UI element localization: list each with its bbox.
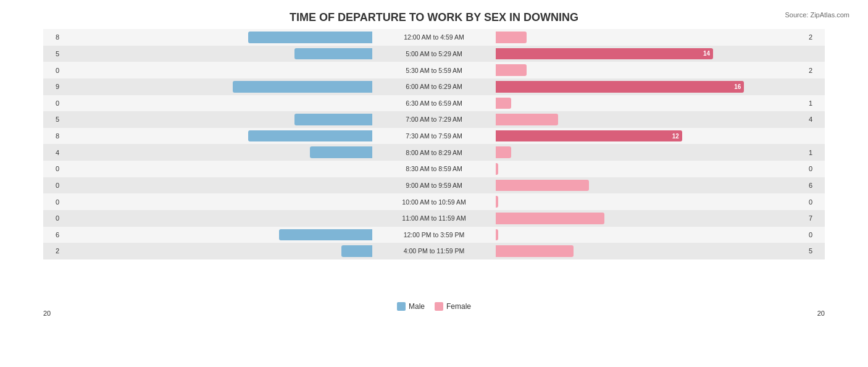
bars-center: 6:00 AM to 6:29 AM 16: [62, 78, 806, 95]
time-label: 12:00 PM to 3:59 PM: [372, 231, 496, 238]
female-bar-container: [496, 245, 806, 257]
female-bar: 16: [496, 81, 744, 93]
female-bar-container: [496, 196, 806, 208]
bars-center: 10:00 AM to 10:59 AM: [62, 193, 806, 210]
male-bar: [279, 229, 372, 241]
female-bar-container: [496, 146, 806, 158]
male-bar-container: [62, 229, 372, 241]
time-label: 10:00 AM to 10:59 AM: [372, 198, 496, 206]
legend-female: Female: [435, 302, 471, 311]
axis-right-label: 20: [817, 310, 825, 317]
female-bar-label: 16: [734, 83, 741, 90]
female-bar-container: [496, 98, 806, 109]
bar-row: 9 6:00 AM to 6:29 AM 16: [43, 78, 825, 95]
female-bar: [496, 114, 558, 125]
time-label: 7:30 AM to 7:59 AM: [372, 132, 496, 140]
bars-center: 7:30 AM to 7:59 AM 12: [62, 128, 806, 145]
female-bar: 14: [496, 48, 713, 60]
male-value: 4: [43, 149, 62, 156]
male-bar-container: [62, 163, 372, 175]
female-bar-container: 12: [496, 130, 806, 142]
male-bar-container: [62, 114, 372, 125]
male-bar: [294, 114, 372, 125]
male-bar-container: [62, 130, 372, 142]
bar-row: 8 7:30 AM to 7:59 AM 12: [43, 128, 825, 145]
female-bar: [496, 196, 498, 208]
source-label: Source: ZipAtlas.com: [785, 11, 849, 19]
female-bar: [496, 64, 527, 76]
female-value: 4: [806, 116, 825, 123]
male-bar: [310, 146, 372, 158]
time-label: 9:00 AM to 9:59 AM: [372, 182, 496, 189]
bar-row: 6 12:00 PM to 3:59 PM 0: [43, 227, 825, 243]
rows-wrapper: 8 12:00 AM to 4:59 AM 2 5 5:00 AM to 5:2…: [43, 29, 825, 292]
female-value: 1: [806, 149, 825, 156]
male-value: 0: [43, 99, 62, 107]
bar-row: 8 12:00 AM to 4:59 AM 2: [43, 29, 825, 46]
female-value: 0: [806, 165, 825, 172]
bar-row: 0 9:00 AM to 9:59 AM 6: [43, 177, 825, 194]
male-bar-container: [62, 64, 372, 76]
male-bar-container: [62, 213, 372, 224]
female-bar: [496, 213, 604, 224]
male-value: 8: [43, 132, 62, 140]
bars-center: 5:30 AM to 5:59 AM: [62, 62, 806, 78]
legend-male-label: Male: [409, 302, 425, 311]
bar-row: 4 8:00 AM to 8:29 AM 1: [43, 144, 825, 161]
female-value: 0: [806, 198, 825, 206]
axis-bottom: 20 Male Female 20: [43, 310, 825, 317]
male-value: 8: [43, 33, 62, 41]
time-label: 4:00 PM to 11:59 PM: [372, 247, 496, 255]
female-bar-label: 14: [703, 50, 710, 57]
bars-center: 8:00 AM to 8:29 AM: [62, 144, 806, 161]
female-bar-container: 16: [496, 81, 806, 93]
female-value: 5: [806, 247, 825, 255]
time-label: 12:00 AM to 4:59 AM: [372, 33, 496, 41]
time-label: 6:00 AM to 6:29 AM: [372, 83, 496, 90]
female-bar-container: [496, 64, 806, 76]
female-value: 2: [806, 67, 825, 74]
female-value: 2: [806, 33, 825, 41]
male-bar-container: [62, 98, 372, 109]
chart-area: 8 12:00 AM to 4:59 AM 2 5 5:00 AM to 5:2…: [19, 29, 849, 317]
bars-center: 11:00 AM to 11:59 AM: [62, 210, 806, 227]
legend-male: Male: [397, 302, 425, 311]
female-bar: [496, 98, 511, 109]
bars-center: 12:00 AM to 4:59 AM: [62, 29, 806, 46]
time-label: 8:00 AM to 8:29 AM: [372, 149, 496, 156]
male-bar: [248, 130, 372, 142]
bar-row: 0 11:00 AM to 11:59 AM 7: [43, 210, 825, 227]
male-value: 2: [43, 247, 62, 255]
female-bar: [496, 32, 527, 43]
bars-center: 4:00 PM to 11:59 PM: [62, 243, 806, 259]
male-bar-container: [62, 48, 372, 60]
female-bar: [496, 146, 511, 158]
female-value: 7: [806, 214, 825, 222]
male-bar-container: [62, 196, 372, 208]
female-value: 1: [806, 99, 825, 107]
female-bar: [496, 245, 574, 257]
female-bar: [496, 229, 498, 241]
male-value: 0: [43, 67, 62, 74]
female-bar-container: [496, 180, 806, 192]
time-label: 11:00 AM to 11:59 AM: [372, 214, 496, 222]
bars-center: 7:00 AM to 7:29 AM: [62, 111, 806, 128]
male-value: 0: [43, 165, 62, 172]
female-bar-container: 14: [496, 48, 806, 60]
male-bar: [341, 245, 372, 257]
male-bar-container: [62, 180, 372, 192]
male-value: 9: [43, 83, 62, 90]
male-bar-container: [62, 81, 372, 93]
bar-row: 0 8:30 AM to 8:59 AM 0: [43, 161, 825, 177]
female-bar: [496, 163, 498, 175]
chart-title: TIME OF DEPARTURE TO WORK BY SEX IN DOWN…: [19, 11, 849, 24]
legend-male-box: [397, 302, 406, 311]
bar-row: 0 5:30 AM to 5:59 AM 2: [43, 62, 825, 78]
male-bar: [233, 81, 372, 93]
male-value: 0: [43, 182, 62, 189]
bars-center: 9:00 AM to 9:59 AM: [62, 177, 806, 194]
female-bar-container: [496, 114, 806, 125]
bars-center: 5:00 AM to 5:29 AM 14: [62, 46, 806, 62]
time-label: 5:00 AM to 5:29 AM: [372, 50, 496, 57]
female-value: 6: [806, 182, 825, 189]
